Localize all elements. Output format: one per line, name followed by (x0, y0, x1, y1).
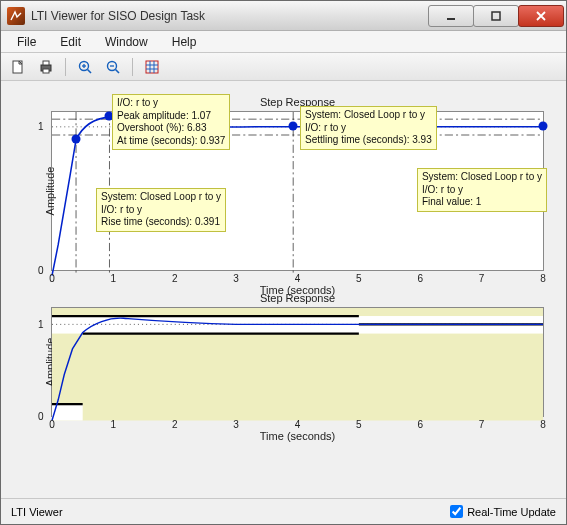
plot1-ytick: 1 (38, 121, 44, 132)
new-doc-icon[interactable] (7, 56, 29, 78)
grid-icon[interactable] (141, 56, 163, 78)
title-bar: LTI Viewer for SISO Design Task (1, 1, 566, 31)
tooltip-final: System: Closed Loop r to y I/O: r to y F… (417, 168, 547, 212)
plot2-xtick: 5 (356, 419, 362, 430)
window-title: LTI Viewer for SISO Design Task (31, 9, 429, 23)
menu-window[interactable]: Window (95, 33, 158, 51)
plot2-xtick: 1 (111, 419, 117, 430)
plot1-xtick: 8 (540, 273, 546, 284)
svg-line-7 (88, 69, 92, 73)
svg-rect-13 (146, 61, 158, 73)
plot1-xtick: 6 (417, 273, 423, 284)
realtime-update-input[interactable] (450, 505, 463, 518)
plot2-xtick: 2 (172, 419, 178, 430)
tooltip-rise: System: Closed Loop r to y I/O: r to y R… (96, 188, 226, 232)
plot2-xtick: 0 (49, 419, 55, 430)
plot2-xtick: 6 (417, 419, 423, 430)
plot2-title: Step Response (260, 292, 335, 304)
realtime-update-checkbox[interactable]: Real-Time Update (450, 505, 556, 518)
plot2-xtick: 3 (233, 419, 239, 430)
toolbar (1, 53, 566, 81)
plot-step-response-1[interactable]: Step Response Amplitude Time (seconds) (51, 111, 544, 271)
plot1-xtick: 1 (111, 273, 117, 284)
menu-file[interactable]: File (7, 33, 46, 51)
marker-final[interactable] (539, 122, 548, 131)
plot1-xtick: 0 (49, 273, 55, 284)
plot2-xtick: 4 (295, 419, 301, 430)
plot2-xtick: 7 (479, 419, 485, 430)
zoom-out-icon[interactable] (102, 56, 124, 78)
statusbar-text: LTI Viewer (11, 506, 63, 518)
plot-step-response-2[interactable]: Step Response Amplitude Time (seconds) (51, 307, 544, 417)
menu-edit[interactable]: Edit (50, 33, 91, 51)
plot2-xtick: 8 (540, 419, 546, 430)
zoom-in-icon[interactable] (74, 56, 96, 78)
plot1-xtick: 3 (233, 273, 239, 284)
tooltip-peak: I/O: r to y Peak amplitude: 1.07 Oversho… (112, 94, 230, 150)
content-area: Step Response Amplitude Time (seconds) (1, 81, 566, 498)
toolbar-separator (65, 58, 66, 76)
plot1-ytick: 0 (38, 265, 44, 276)
menu-help[interactable]: Help (162, 33, 207, 51)
print-icon[interactable] (35, 56, 57, 78)
svg-rect-5 (43, 69, 49, 73)
plot2-ytick: 1 (38, 319, 44, 330)
close-button[interactable] (518, 5, 564, 27)
toolbar-separator (132, 58, 133, 76)
svg-rect-25 (52, 334, 543, 421)
maximize-button[interactable] (473, 5, 519, 27)
status-bar: LTI Viewer Real-Time Update (1, 498, 566, 524)
marker-rise[interactable] (72, 134, 81, 143)
plot1-xtick: 4 (295, 273, 301, 284)
minimize-button[interactable] (428, 5, 474, 27)
plot1-xtick: 2 (172, 273, 178, 284)
plot1-xtick: 5 (356, 273, 362, 284)
svg-rect-1 (492, 12, 500, 20)
svg-rect-24 (52, 308, 543, 316)
svg-rect-4 (43, 61, 49, 65)
plot2-ytick: 0 (38, 411, 44, 422)
app-icon (7, 7, 25, 25)
marker-settling[interactable] (289, 122, 298, 131)
plot2-xlabel: Time (seconds) (260, 430, 335, 442)
svg-rect-28 (359, 316, 543, 324)
svg-line-11 (116, 69, 120, 73)
menu-bar: File Edit Window Help (1, 31, 566, 53)
realtime-update-label: Real-Time Update (467, 506, 556, 518)
tooltip-settling: System: Closed Loop r to y I/O: r to y S… (300, 106, 437, 150)
plot1-xtick: 7 (479, 273, 485, 284)
